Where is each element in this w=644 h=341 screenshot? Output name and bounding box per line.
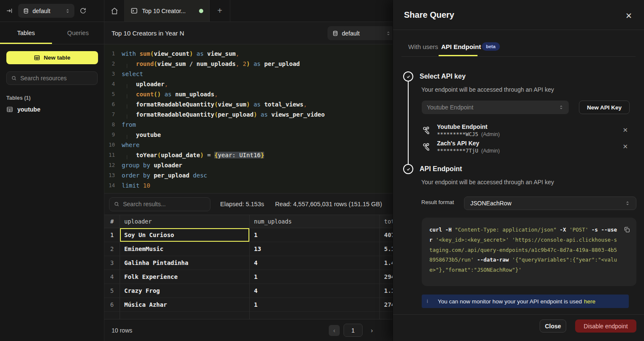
step1-title: Select API key — [420, 73, 466, 80]
tables-section-label: Tables (1) — [6, 95, 104, 101]
current-page[interactable]: 1 — [344, 324, 363, 337]
sidebar: Tables Queries New table Search resource… — [0, 22, 104, 341]
cell-num-uploads[interactable]: 1 — [249, 298, 379, 311]
line-number: 9 — [104, 130, 115, 140]
search-resources-input[interactable]: Search resources — [6, 71, 98, 85]
step1-check-icon — [403, 71, 413, 82]
result-format-label: Result format — [421, 199, 454, 205]
api-key-item: Youtube Endpoint*********WCJ5(Admin)✕ — [422, 122, 630, 139]
keys-icon — [422, 125, 431, 135]
step2-description: Your endpoint will be accessed through a… — [421, 179, 554, 186]
line-number: 11 — [104, 150, 115, 160]
home-button[interactable] — [104, 0, 125, 22]
remove-key-icon[interactable]: ✕ — [621, 141, 630, 152]
keys-icon — [422, 142, 431, 151]
beta-badge: beta — [482, 42, 500, 51]
column-header-uploader[interactable]: uploader — [120, 215, 249, 228]
row-count: 10 rows — [112, 327, 132, 334]
search-results-input[interactable]: Search results... — [109, 197, 210, 211]
divider — [393, 30, 644, 30]
close-button[interactable]: Close — [540, 319, 566, 333]
api-key-masked: *********7TjU — [437, 147, 478, 154]
cell-uploader[interactable]: Folk Experience — [120, 270, 249, 284]
table-item-label: youtube — [17, 106, 40, 113]
line-number: 14 — [104, 180, 115, 191]
api-key-masked: *********WCJ5 — [437, 131, 478, 137]
next-page-button[interactable]: › — [366, 325, 377, 336]
sidebar-tabs: Tables Queries — [0, 22, 104, 44]
share-query-panel: Share Query ✕ With users API Endpoint be… — [393, 0, 644, 341]
line-number: 10 — [104, 140, 115, 150]
line-number: 13 — [104, 170, 115, 180]
remove-key-icon[interactable]: ✕ — [621, 125, 630, 136]
row-number: 4 — [104, 270, 120, 284]
row-number: 2 — [104, 242, 120, 256]
copy-icon[interactable] — [623, 226, 630, 233]
prev-page-button[interactable]: ‹ — [329, 325, 340, 336]
unsaved-changes-dot — [199, 9, 203, 13]
row-number: 1 — [104, 228, 120, 242]
new-table-label: New table — [44, 55, 70, 61]
row-number: 5 — [104, 284, 120, 297]
column-header-num[interactable]: # — [104, 218, 120, 225]
tab-tables[interactable]: Tables — [0, 22, 52, 44]
cell-num-uploads[interactable]: 1 — [249, 228, 379, 242]
editor-database-selector[interactable]: default — [327, 26, 395, 40]
close-icon[interactable]: ✕ — [625, 11, 632, 21]
api-key-select[interactable]: Youtube Endpoint — [422, 101, 569, 114]
line-number: 12 — [104, 160, 115, 170]
line-number: 5 — [104, 89, 115, 99]
step2-check-icon — [403, 164, 413, 174]
tab-queries[interactable]: Queries — [52, 22, 104, 44]
topbar-left: default — [0, 0, 104, 22]
api-key-select-value: Youtube Endpoint — [427, 104, 473, 111]
api-key-item: Zach's API Key*********7TjU(Admin)✕ — [422, 138, 630, 155]
cell-uploader[interactable]: EminemMusic — [120, 242, 249, 256]
search-results-placeholder: Search results... — [123, 201, 166, 207]
search-icon — [11, 75, 17, 81]
new-tab-button[interactable]: + — [210, 0, 230, 22]
sidebar-item-youtube[interactable]: youtube — [6, 106, 104, 113]
tab-with-users[interactable]: With users — [408, 43, 438, 50]
terminal-icon — [131, 7, 138, 14]
column-header-num-uploads[interactable]: num_uploads — [249, 215, 379, 228]
api-key-role: (Admin) — [481, 148, 500, 154]
query-tab-label: Top 10 Creator... — [142, 8, 186, 14]
new-api-key-button[interactable]: New API Key — [579, 101, 630, 114]
line-number: 4 — [104, 79, 115, 89]
line-number: 8 — [104, 120, 115, 130]
database-icon — [333, 30, 338, 36]
elapsed-stat: Elapsed: 5.153s — [220, 201, 264, 207]
info-banner: i You can now monitor how your your API … — [422, 295, 629, 308]
cell-uploader[interactable]: Soy Un Curioso — [120, 228, 249, 242]
row-number: 3 — [104, 256, 120, 270]
pagination: ‹ 1 › — [329, 319, 377, 341]
cell-uploader[interactable]: Crazy Frog — [120, 284, 249, 297]
chevron-updown-icon — [625, 200, 630, 206]
tab-api-endpoint[interactable]: API Endpoint — [441, 43, 481, 50]
database-selector[interactable]: default — [18, 4, 74, 18]
tab-strip: Top 10 Creator... + — [104, 0, 230, 22]
line-number: 6 — [104, 99, 115, 109]
database-icon — [23, 8, 29, 14]
search-icon — [114, 201, 120, 207]
row-number: 6 — [104, 298, 120, 311]
info-banner-text: You can now monitor how your your API en… — [438, 298, 582, 305]
cell-uploader[interactable]: Música Azhar — [120, 298, 249, 311]
refresh-icon[interactable] — [79, 7, 87, 14]
cell-num-uploads[interactable]: 4 — [249, 256, 379, 270]
cell-num-uploads[interactable]: 1 — [249, 270, 379, 284]
new-table-button[interactable]: New table — [6, 51, 98, 64]
monitor-link[interactable]: here — [584, 298, 595, 305]
query-tab[interactable]: Top 10 Creator... — [125, 0, 210, 22]
collapse-sidebar-icon[interactable] — [6, 7, 13, 14]
step1-description: Your endpoint will be accessed through a… — [421, 86, 554, 93]
result-format-select[interactable]: JSONEachRow — [464, 196, 636, 210]
disable-endpoint-button[interactable]: Disable endpoint — [575, 319, 636, 333]
cell-num-uploads[interactable]: 4 — [249, 284, 379, 297]
stepper-line — [408, 76, 409, 169]
chevron-updown-icon — [386, 30, 391, 36]
cell-num-uploads[interactable]: 13 — [249, 242, 379, 256]
cell-uploader[interactable]: Galinha Pintadinha — [120, 256, 249, 270]
api-key-name: Youtube Endpoint — [437, 123, 488, 130]
